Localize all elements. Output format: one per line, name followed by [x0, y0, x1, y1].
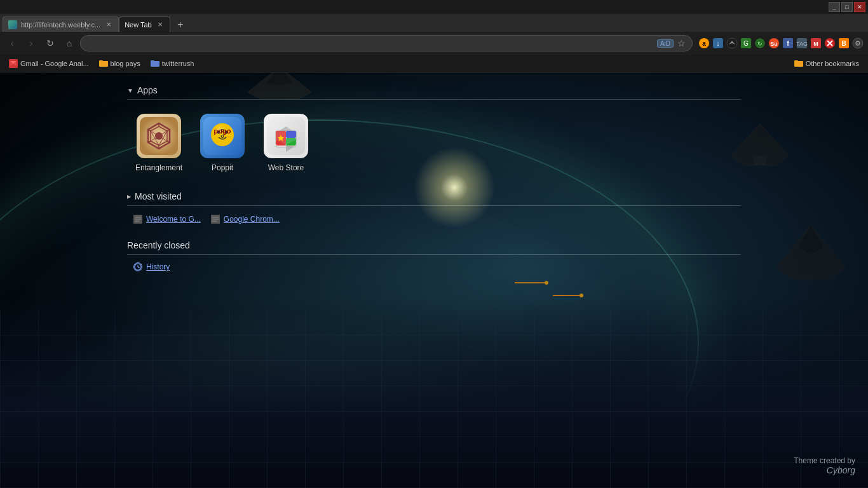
recently-closed-section: Recently closed History — [127, 240, 741, 274]
ext-settings-icon[interactable]: ⚙ — [851, 37, 864, 50]
apps-section-header: ▼ Apps — [127, 85, 741, 100]
ext-bird-icon[interactable] — [726, 37, 738, 50]
svg-text:a: a — [702, 40, 706, 47]
ext-redx-icon[interactable] — [824, 37, 836, 50]
entanglement-svg — [140, 117, 178, 155]
tab-label-newtab: New Tab — [125, 21, 152, 29]
mv-favicon-0 — [133, 215, 142, 224]
nav-bar: ‹ › ↻ ⌂ AiD ☆ a ↓ G — [0, 32, 868, 55]
app-webstore[interactable]: Web Store — [261, 114, 311, 172]
apps-section-title: Apps — [137, 85, 158, 95]
apps-section-arrow[interactable]: ▼ — [127, 87, 133, 94]
back-button[interactable]: ‹ — [4, 35, 20, 51]
ext-stumbleupon-icon[interactable]: Su — [768, 37, 780, 50]
ext-green-icon[interactable]: G — [740, 37, 752, 50]
ext-download-icon[interactable]: ↓ — [712, 37, 724, 50]
svg-text:B: B — [841, 40, 846, 47]
svg-rect-45 — [794, 60, 798, 62]
window-controls: _ □ ✕ — [829, 2, 865, 12]
mv-item-0[interactable]: Welcome to G... — [133, 215, 201, 224]
tab-bar: http://lifeintech.weebly.c... ✕ New Tab … — [0, 14, 868, 32]
apps-section: ▼ Apps — [127, 85, 741, 179]
new-tab-button[interactable]: + — [173, 18, 188, 32]
address-bar: AiD ☆ — [80, 35, 693, 51]
ext-gmail-icon[interactable]: M — [810, 37, 822, 50]
maximize-button[interactable]: □ — [841, 2, 853, 12]
svg-text:⚙: ⚙ — [855, 39, 861, 47]
entanglement-label: Entanglement — [135, 163, 182, 172]
bookmark-blogpays-label: blog pays — [111, 60, 140, 67]
forward-button[interactable]: › — [23, 35, 39, 51]
new-tab-content: ▼ Apps — [0, 72, 868, 297]
most-visited-header: ▶ Most visited — [127, 191, 741, 206]
svg-rect-81 — [286, 131, 296, 138]
bookmark-blogpays-icon — [99, 59, 108, 68]
mv-favicon-1 — [211, 215, 220, 224]
minimize-button[interactable]: _ — [829, 2, 840, 12]
poppit-icon: p o pogo — [200, 114, 245, 158]
bookmark-twitterrush[interactable]: twitterrush — [147, 58, 198, 69]
svg-text:G: G — [743, 40, 749, 47]
most-visited-arrow[interactable]: ▶ — [127, 194, 131, 200]
address-input[interactable] — [87, 39, 653, 48]
tab-lifeintech[interactable]: http://lifeintech.weebly.c... ✕ — [3, 17, 119, 32]
mv-item-1[interactable]: Google Chrom... — [211, 215, 280, 224]
tab-favicon-lifeintech — [8, 20, 17, 29]
svg-text:TAG: TAG — [796, 41, 808, 47]
tab-close-newtab[interactable]: ✕ — [156, 20, 165, 29]
svg-text:M: M — [813, 41, 818, 47]
svg-point-59 — [155, 132, 163, 140]
poppit-label: Poppit — [212, 163, 233, 172]
bookmark-gmail-icon — [9, 59, 18, 68]
ald-badge: AiD — [657, 39, 674, 48]
ext-tag-icon[interactable]: TAG — [796, 37, 808, 50]
svg-text:↓: ↓ — [716, 39, 720, 47]
main-content: ▼ Apps — [0, 72, 868, 488]
other-bookmarks-label: Other bookmarks — [806, 60, 859, 67]
most-visited-title: Most visited — [135, 191, 182, 201]
bookmark-twitterrush-label: twitterrush — [162, 60, 194, 67]
bookmark-star-icon[interactable]: ☆ — [677, 38, 686, 48]
svg-text:↻: ↻ — [757, 41, 763, 47]
other-bookmarks[interactable]: Other bookmarks — [790, 58, 863, 69]
ald-text: AiD — [660, 40, 670, 47]
svg-line-94 — [138, 267, 140, 268]
bookmark-blogpays[interactable]: blog pays — [95, 58, 144, 69]
title-bar: _ □ ✕ — [0, 0, 868, 14]
close-button[interactable]: ✕ — [854, 2, 865, 12]
svg-text:pogo: pogo — [214, 127, 231, 135]
svg-text:f: f — [787, 39, 789, 47]
ext-amazon-icon[interactable]: a — [698, 37, 710, 50]
webstore-icon — [264, 114, 308, 158]
bookmark-gmail-label: Gmail - Google Anal... — [20, 60, 89, 67]
bookmark-gmail[interactable]: Gmail - Google Anal... — [5, 58, 93, 69]
reload-button[interactable]: ↻ — [42, 35, 58, 51]
theme-credit-line1: Theme created by — [794, 456, 855, 465]
ext-blogger-icon[interactable]: B — [837, 37, 850, 50]
extensions-bar: a ↓ G ↻ Su f — [698, 37, 864, 50]
history-clock-icon — [133, 262, 142, 271]
entanglement-icon — [137, 114, 181, 158]
mv-label-0: Welcome to G... — [146, 215, 201, 224]
tab-label-lifeintech: http://lifeintech.weebly.c... — [21, 21, 100, 29]
mv-label-1: Google Chrom... — [224, 215, 280, 224]
app-poppit[interactable]: p o pogo Poppit — [197, 114, 248, 172]
ext-facebook-icon[interactable]: f — [782, 37, 794, 50]
home-button[interactable]: ⌂ — [61, 35, 78, 51]
poppit-svg: p o pogo — [203, 117, 241, 155]
tab-newtab[interactable]: New Tab ✕ — [119, 17, 170, 32]
theme-credit-line2: Cyborg — [794, 465, 855, 475]
ext-refresh-icon[interactable]: ↻ — [754, 37, 766, 50]
svg-rect-82 — [286, 138, 296, 145]
other-bookmarks-icon — [794, 59, 803, 68]
most-visited-items: Welcome to G... Google Chrom... — [127, 211, 741, 227]
bookmarks-bar: Gmail - Google Anal... blog pays twitter… — [0, 55, 868, 72]
history-item[interactable]: History — [127, 260, 741, 274]
svg-rect-43 — [151, 60, 154, 62]
app-entanglement[interactable]: Entanglement — [133, 114, 184, 172]
history-label: History — [146, 262, 170, 271]
tab-close-lifeintech[interactable]: ✕ — [104, 20, 113, 29]
webstore-label: Web Store — [268, 163, 304, 172]
recently-closed-title: Recently closed — [127, 240, 741, 255]
webstore-svg — [267, 117, 305, 155]
